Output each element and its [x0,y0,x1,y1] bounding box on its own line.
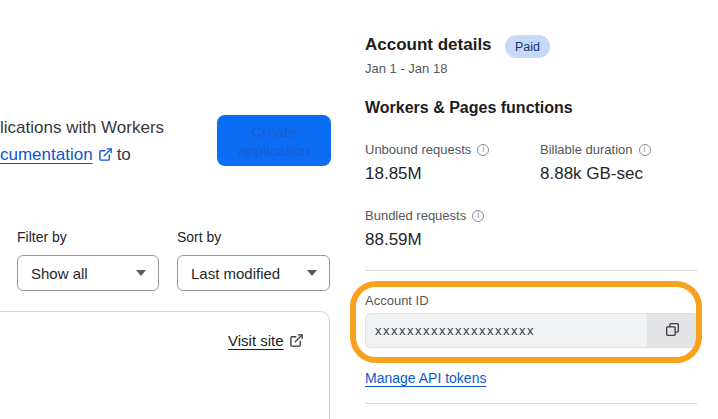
stat-unbound-requests: Unbound requests 18.85M [365,142,489,184]
filter-by-label: Filter by [17,229,67,245]
project-card [0,311,330,419]
account-id-input[interactable] [365,313,647,348]
stat-label: Billable duration [540,142,633,157]
workers-pages-functions-heading: Workers & Pages functions [365,99,573,117]
stat-value: 8.88k GB-sec [540,164,651,184]
stat-bundled-requests: Bundled requests 88.59M [365,208,484,250]
copy-icon [664,321,681,341]
manage-api-tokens-link[interactable]: Manage API tokens [365,370,486,386]
intro-text-after-link: to [117,145,131,164]
intro-line-2: cumentationto [0,141,164,168]
create-application-label-line1: Create [251,122,296,141]
stat-label: Bundled requests [365,208,466,223]
chevron-down-icon [307,270,317,276]
create-application-button[interactable]: Create application [217,115,331,166]
info-icon[interactable] [472,210,484,222]
copy-account-id-button[interactable] [647,313,699,348]
divider [365,403,697,404]
stat-value: 18.85M [365,164,489,184]
create-application-label-line2: application [238,141,310,160]
sort-by-label: Sort by [177,229,221,245]
external-link-icon [98,147,113,162]
external-link-icon [289,333,304,348]
chevron-down-icon [136,270,146,276]
stat-value: 88.59M [365,230,484,250]
divider [365,270,697,271]
info-icon[interactable] [477,144,489,156]
intro-paragraph: lications with Workers cumentationto [0,114,164,168]
paid-plan-badge: Paid [505,35,550,58]
billing-date-range: Jan 1 - Jan 18 [365,61,447,76]
stat-billable-duration: Billable duration 8.88k GB-sec [540,142,651,184]
intro-line-1: lications with Workers [0,114,164,141]
filter-dropdown[interactable]: Show all [17,255,159,291]
account-id-label: Account ID [365,293,429,308]
sort-dropdown[interactable]: Last modified [177,255,330,291]
documentation-link[interactable]: cumentation [0,145,93,164]
manage-api-tokens-row: Manage API tokens [365,370,486,386]
info-icon[interactable] [639,144,651,156]
visit-site-row: Visit site [228,332,308,349]
visit-site-link[interactable]: Visit site [228,332,284,349]
sort-dropdown-value: Last modified [191,265,299,282]
account-id-field-group [365,313,699,348]
stat-label: Unbound requests [365,142,471,157]
intro-text-fragment: lications with Workers [0,118,164,137]
filter-dropdown-value: Show all [31,265,128,282]
account-details-title: Account details [365,35,492,55]
